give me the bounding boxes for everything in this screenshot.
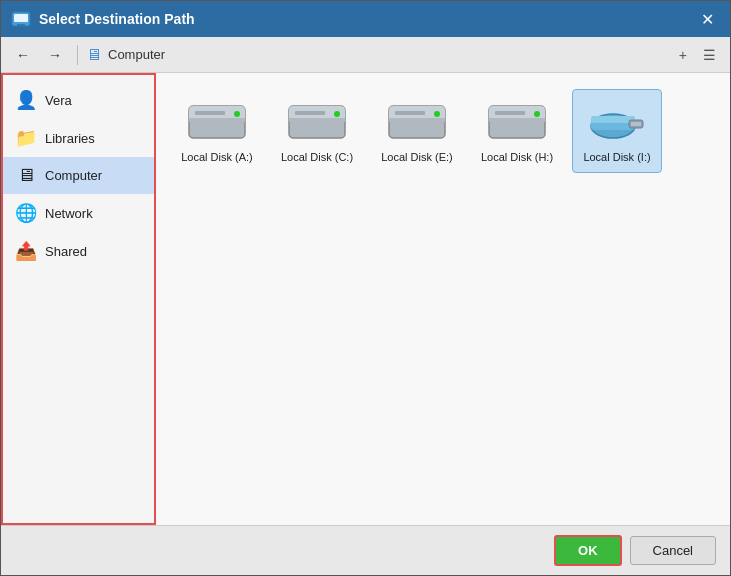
sidebar-item-vera[interactable]: 👤 Vera — [3, 81, 154, 119]
main-content: 👤 Vera 📁 Libraries 🖥 Computer 🌐 Network … — [1, 73, 730, 525]
view-button[interactable]: ☰ — [697, 43, 722, 67]
svg-rect-2 — [17, 24, 25, 26]
libraries-icon: 📁 — [15, 127, 37, 149]
svg-point-21 — [534, 111, 540, 117]
sidebar-item-computer[interactable]: 🖥 Computer — [3, 157, 154, 194]
sidebar: 👤 Vera 📁 Libraries 🖥 Computer 🌐 Network … — [1, 73, 156, 525]
content-area: Local Disk (A:) Local Disk (C:) Local Di… — [156, 73, 730, 525]
dialog: Select Destination Path ✕ ← → 🖥 Computer… — [0, 0, 731, 576]
location-icon: 🖥 — [86, 46, 102, 64]
disk-a-icon — [185, 98, 249, 146]
ok-button[interactable]: OK — [554, 535, 622, 566]
toolbar: ← → 🖥 Computer + ☰ — [1, 37, 730, 73]
disk-e-icon — [385, 98, 449, 146]
computer-icon: 🖥 — [15, 165, 37, 186]
svg-rect-27 — [631, 122, 641, 126]
svg-point-11 — [334, 111, 340, 117]
sidebar-item-shared[interactable]: 📤 Shared — [3, 232, 154, 270]
svg-rect-5 — [189, 118, 245, 122]
disk-h-label: Local Disk (H:) — [481, 150, 553, 164]
location-bar: 🖥 Computer — [86, 46, 669, 64]
svg-point-6 — [234, 111, 240, 117]
file-item-disk-c[interactable]: Local Disk (C:) — [272, 89, 362, 173]
vera-label: Vera — [45, 93, 72, 108]
libraries-label: Libraries — [45, 131, 95, 146]
title-bar-app-icon — [11, 9, 31, 29]
dialog-title: Select Destination Path — [39, 11, 687, 27]
disk-e-label: Local Disk (E:) — [381, 150, 453, 164]
computer-label: Computer — [45, 168, 102, 183]
disk-a-label: Local Disk (A:) — [181, 150, 253, 164]
back-button[interactable]: ← — [9, 43, 37, 67]
toolbar-right: + ☰ — [673, 43, 722, 67]
svg-rect-1 — [14, 14, 28, 22]
svg-rect-17 — [395, 111, 425, 115]
toolbar-separator — [77, 45, 78, 65]
disk-h-icon — [485, 98, 549, 146]
file-item-disk-h[interactable]: Local Disk (H:) — [472, 89, 562, 173]
svg-rect-10 — [289, 118, 345, 122]
vera-icon: 👤 — [15, 89, 37, 111]
disk-c-icon — [285, 98, 349, 146]
cancel-button[interactable]: Cancel — [630, 536, 716, 565]
svg-rect-20 — [489, 118, 545, 122]
location-text: Computer — [108, 47, 165, 62]
file-item-disk-i[interactable]: Local Disk (I:) — [572, 89, 662, 173]
title-bar: Select Destination Path ✕ — [1, 1, 730, 37]
file-grid: Local Disk (A:) Local Disk (C:) Local Di… — [172, 89, 714, 173]
disk-i-label: Local Disk (I:) — [583, 150, 650, 164]
svg-rect-15 — [389, 118, 445, 122]
shared-icon: 📤 — [15, 240, 37, 262]
disk-c-label: Local Disk (C:) — [281, 150, 353, 164]
svg-rect-22 — [495, 111, 525, 115]
new-folder-button[interactable]: + — [673, 43, 693, 67]
svg-rect-7 — [195, 111, 225, 115]
file-item-disk-a[interactable]: Local Disk (A:) — [172, 89, 262, 173]
footer: OK Cancel — [1, 525, 730, 575]
forward-button[interactable]: → — [41, 43, 69, 67]
shared-label: Shared — [45, 244, 87, 259]
svg-rect-12 — [295, 111, 325, 115]
close-button[interactable]: ✕ — [695, 8, 720, 31]
sidebar-item-libraries[interactable]: 📁 Libraries — [3, 119, 154, 157]
file-item-disk-e[interactable]: Local Disk (E:) — [372, 89, 462, 173]
svg-rect-25 — [591, 116, 635, 123]
svg-point-16 — [434, 111, 440, 117]
sidebar-item-network[interactable]: 🌐 Network — [3, 194, 154, 232]
disk-i-icon — [585, 98, 649, 146]
network-label: Network — [45, 206, 93, 221]
network-icon: 🌐 — [15, 202, 37, 224]
